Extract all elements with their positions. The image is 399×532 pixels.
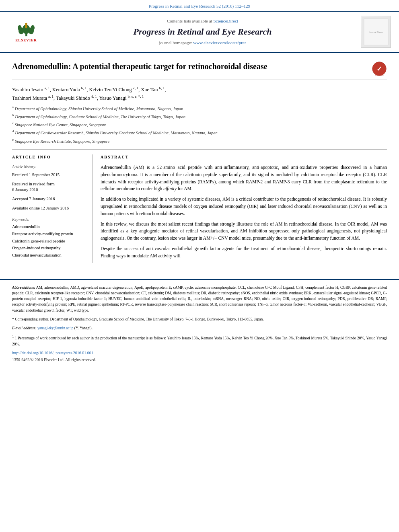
- history-received: Received 1 September 2015: [12, 172, 86, 178]
- history-revised: Received in revised form6 January 2016: [12, 181, 86, 193]
- affil-a: a Department of Ophthalmology, Shinshu U…: [12, 105, 387, 112]
- journal-header: ELSEVIER Contents lists available at Sci…: [0, 12, 399, 53]
- doi-link[interactable]: http://dx.doi.org/10.1016/j.preteyeres.2…: [12, 351, 93, 355]
- journal-reference: Progress in Retinal and Eye Research 52 …: [149, 4, 250, 8]
- svg-text:Journal Cover: Journal Cover: [369, 31, 383, 33]
- author-6: Takayuki Shindo d, 1,: [56, 95, 99, 101]
- keywords-label: Keywords:: [12, 217, 86, 222]
- abstract-heading: ABSTRACT: [101, 154, 387, 160]
- keyword-5: Choroidal neovascularisation: [12, 253, 86, 259]
- keyword-4: Oxygen-induced retinopathy: [12, 245, 86, 251]
- page-footer: Abbreviations: AM, adrenomedullin; AMD, …: [0, 279, 399, 368]
- email-link[interactable]: yanagi-tky@umin.ac.jp: [37, 326, 73, 330]
- author-2: Kentaro Yuda b, 1,: [52, 87, 89, 92]
- email-label: E-mail address:: [12, 326, 37, 330]
- history-online: Available online 12 January 2016: [12, 205, 86, 212]
- corresponding-label: * Corresponding author.: [12, 317, 49, 321]
- abbreviations-label: Abbreviations:: [12, 286, 35, 290]
- journal-title-area: Contents lists available at ScienceDirec…: [44, 18, 361, 46]
- journal-thumbnail: Journal Cover: [361, 16, 391, 48]
- affil-e: e Singapore Eye Research Institute, Sing…: [12, 137, 387, 144]
- author-3: Kelvin Teo Yi Chong c, 1,: [89, 87, 141, 92]
- affil-d: d Department of Cardiovascular Research,…: [12, 129, 387, 136]
- svg-point-4: [18, 25, 22, 31]
- homepage-url[interactable]: www.elsevier.com/locate/prer: [193, 40, 246, 45]
- elsevier-tree-icon: [15, 21, 37, 37]
- journal-homepage: journal homepage: www.elsevier.com/locat…: [52, 40, 353, 46]
- svg-point-6: [25, 23, 27, 25]
- article-history: Article history: Received 1 September 20…: [12, 164, 86, 211]
- article-info-column: ARTICLE INFO Article history: Received 1…: [12, 154, 93, 263]
- article-info-heading: ARTICLE INFO: [12, 154, 86, 160]
- copyright-line: 1350-9462/© 2016 Elsevier Ltd. All right…: [12, 357, 387, 363]
- email-suffix: (Y. Yanagi).: [74, 326, 93, 330]
- sciencedirect-link[interactable]: ScienceDirect: [213, 18, 238, 23]
- author-1: Yasuhiro Iesato a, 1,: [12, 87, 52, 92]
- keyword-2: Receptor activity-modifying protein: [12, 231, 86, 237]
- svg-point-5: [31, 25, 35, 31]
- article-body: Adrenomedullin: A potential therapeutic …: [0, 53, 399, 271]
- journal-title: Progress in Retinal and Eye Research: [52, 26, 353, 38]
- two-column-layout: ARTICLE INFO Article history: Received 1…: [12, 154, 387, 263]
- journal-ref-bar: Progress in Retinal and Eye Research 52 …: [0, 0, 399, 12]
- abstract-para-1: Adrenomedullin (AM) is a 52-amino acid p…: [101, 164, 387, 193]
- crossmark-icon: ✓ CrossMark: [372, 61, 387, 76]
- author-4: Xue Tan b, 1,: [141, 87, 166, 92]
- corresponding-note: * Corresponding author. Department of Op…: [12, 316, 387, 322]
- abstract-column: ABSTRACT Adrenomedullin (AM) is a 52-ami…: [101, 154, 387, 263]
- abstract-para-3: In this review, we discuss the most sali…: [101, 221, 387, 242]
- abstract-para-2: In addition to being implicated in a var…: [101, 196, 387, 217]
- affiliations: a Department of Ophthalmology, Shinshu U…: [12, 105, 387, 150]
- affil-b: b Department of Ophthalmology, Graduate …: [12, 113, 387, 120]
- author-7: Yasuo Yanagi b, c, e, *, 1: [99, 95, 144, 101]
- abstract-para-4: Despite the success of anti-vascular end…: [101, 245, 387, 260]
- history-label: Article history:: [12, 164, 86, 170]
- svg-rect-7: [25, 25, 27, 29]
- abbreviations-note: Abbreviations: AM, adrenomedullin; AMD, …: [12, 285, 387, 313]
- abbreviations-text: AM, adrenomedullin; AMD, age-related mac…: [12, 286, 387, 312]
- article-page: Progress in Retinal and Eye Research 52 …: [0, 0, 399, 532]
- svg-text:CrossMark: CrossMark: [375, 74, 384, 76]
- footnote-1: 1 1 Percentage of work contributed by ea…: [12, 334, 387, 347]
- contents-line: Contents lists available at ScienceDirec…: [52, 18, 353, 24]
- doi-line: http://dx.doi.org/10.1016/j.preteyeres.2…: [12, 350, 387, 356]
- keyword-3: Calcitonin gene-related peptide: [12, 238, 86, 244]
- keyword-1: Adrenomedullin: [12, 224, 86, 230]
- affil-c: c Singapore National Eye Centre, Singapo…: [12, 121, 387, 128]
- history-accepted: Accepted 7 January 2016: [12, 196, 86, 202]
- elsevier-brand-text: ELSEVIER: [15, 38, 37, 43]
- article-title-section: Adrenomedullin: A potential therapeutic …: [12, 61, 387, 80]
- journal-thumb-image: Journal Cover: [362, 17, 390, 47]
- elsevier-logo: ELSEVIER: [8, 20, 44, 44]
- email-note: E-mail address: yanagi-tky@umin.ac.jp (Y…: [12, 325, 387, 331]
- corresponding-text: Department of Ophthalmology, Graduate Sc…: [50, 317, 263, 321]
- author-5: Toshinori Murata a, 1,: [12, 95, 56, 101]
- authors-line: Yasuhiro Iesato a, 1, Kentaro Yuda b, 1,…: [12, 85, 387, 102]
- abstract-text: Adrenomedullin (AM) is a 52-amino acid p…: [101, 164, 387, 260]
- svg-text:✓: ✓: [376, 65, 382, 73]
- article-title: Adrenomedullin: A potential therapeutic …: [12, 61, 267, 72]
- keywords-section: Keywords: Adrenomedullin Receptor activi…: [12, 217, 86, 258]
